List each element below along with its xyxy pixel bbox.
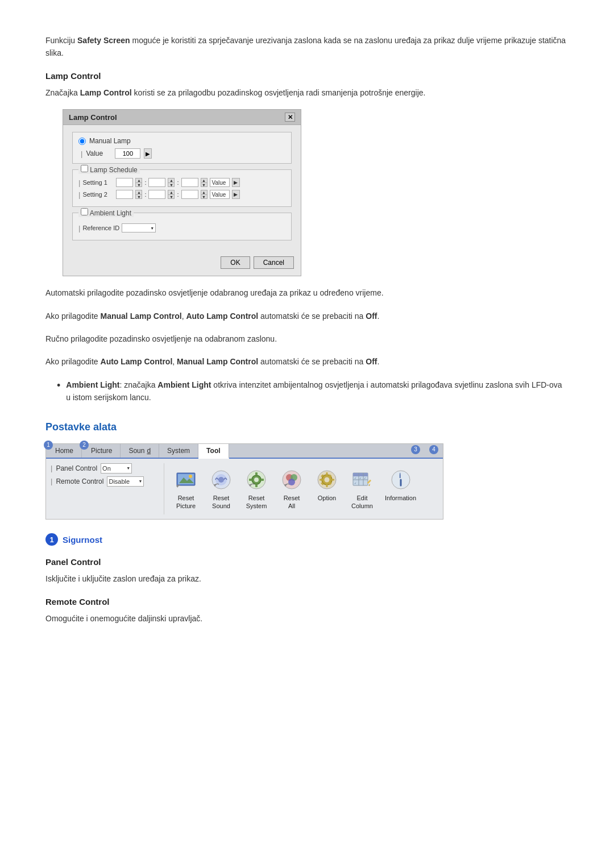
spinbox-up3[interactable]: ▲ [201, 178, 207, 183]
manual-note1-text3: automatski će se prebaciti na [258, 312, 366, 321]
spinbox-s2-s-arrows[interactable]: ▲ ▼ [201, 190, 208, 199]
reset-system-icon [244, 468, 268, 492]
reset-sound-item[interactable]: ResetSound [204, 466, 238, 513]
off-note1-b3: Off [366, 312, 377, 321]
svg-marker-4 [176, 485, 179, 488]
spinbox-up2[interactable]: ▲ [168, 178, 174, 183]
tab-number-4: 4 [429, 445, 438, 454]
pipe-s2: | [78, 190, 80, 199]
tab-system[interactable]: System [159, 444, 198, 458]
spinbox-up4[interactable]: ▲ [136, 190, 142, 195]
option-icon [315, 468, 339, 492]
value-row: | Value ▶ [78, 148, 285, 159]
ambient-bullet-b1: Ambient Light [66, 380, 119, 389]
reset-all-item[interactable]: ResetAll [275, 466, 309, 513]
ambient-light-label: Ambient Light [90, 209, 131, 217]
spinbox-down4[interactable]: ▼ [136, 195, 142, 199]
reset-system-label: ResetSystem [246, 494, 267, 510]
spinbox-s1-s-arrows[interactable]: ▲ ▼ [201, 178, 208, 187]
ambient-bullet-b2: Ambient Light [157, 380, 211, 389]
value-box-s2: Value [210, 190, 230, 199]
cancel-button[interactable]: Cancel [254, 256, 294, 269]
information-icon: i [389, 468, 413, 492]
spinbox-down3[interactable]: ▼ [201, 183, 207, 187]
spinbox-s1-h-arrows[interactable]: ▲ ▼ [135, 178, 142, 187]
manual-lamp-label: Manual Lamp [89, 137, 131, 145]
tool-body: | Panel Control On | Remote Control Disa… [46, 459, 443, 520]
ambient-light-checkbox[interactable] [81, 208, 88, 215]
manual-lamp-radio[interactable] [78, 138, 86, 145]
ok-button[interactable]: OK [221, 256, 250, 269]
lamp-control-bold: Lamp Control [80, 88, 132, 97]
tool-tabs: 1 Home 2 Picture Sound System Tool 3 4 [46, 444, 443, 459]
svg-point-11 [254, 477, 259, 482]
value-arrow-button[interactable]: ▶ [144, 148, 152, 159]
reset-system-item[interactable]: ResetSystem [239, 466, 273, 513]
dialog-title: Lamp Control [69, 113, 117, 122]
lamp-schedule-checkbox[interactable] [81, 165, 88, 172]
option-svg [316, 468, 338, 491]
tab-tool[interactable]: Tool [198, 444, 229, 459]
manual-lamp-radio-row: Manual Lamp [78, 137, 285, 145]
lamp-control-heading: Lamp Control [45, 71, 569, 81]
edit-column-icon: ✓ ✓ ✓ ✓ [350, 468, 374, 492]
reference-id-row: | Reference ID [78, 223, 285, 232]
spinbox-down2[interactable]: ▼ [168, 183, 174, 187]
tab-number-2: 2 [80, 441, 89, 450]
spinbox-s2-h [116, 190, 133, 199]
information-svg: i [389, 468, 412, 491]
arrow-right-s1[interactable]: ▶ [232, 178, 240, 187]
spinbox-down6[interactable]: ▼ [201, 195, 207, 199]
reset-picture-icon [174, 468, 198, 492]
remote-control-dropdown[interactable]: Disable [107, 476, 144, 487]
option-item[interactable]: Option [310, 466, 344, 513]
spinbox-up[interactable]: ▲ [136, 178, 142, 183]
information-item[interactable]: i Information [380, 466, 421, 513]
value-input[interactable] [115, 148, 140, 159]
tab-sound[interactable]: Sound [121, 444, 159, 458]
reset-picture-label: ResetPicture [176, 494, 196, 510]
spinbox-s1-m-arrows[interactable]: ▲ ▼ [168, 178, 175, 187]
svg-text:✓: ✓ [354, 476, 356, 480]
pipe-value: | [81, 149, 82, 158]
svg-rect-12 [255, 472, 258, 475]
svg-rect-27 [320, 479, 322, 480]
sigurnost-heading: Sigurnost [63, 535, 102, 545]
spinbox-down[interactable]: ▼ [136, 183, 142, 187]
pipe-s1: | [78, 178, 80, 187]
panel-control-dropdown[interactable]: On [101, 463, 132, 474]
reset-picture-item[interactable]: ResetPicture [169, 466, 203, 513]
information-label: Information [385, 494, 416, 502]
spinbox-s1-s [181, 178, 198, 187]
edit-column-label: EditColumn [351, 494, 373, 510]
panel-control-row: | Panel Control On [51, 463, 158, 474]
auto-lamp-note1-b2: Auto Lamp Control [186, 312, 258, 321]
dialog-close-button[interactable]: ✕ [285, 113, 295, 122]
edit-column-item[interactable]: ✓ ✓ ✓ ✓ EditColumn [345, 466, 379, 513]
tab-home[interactable]: 1 Home [46, 444, 82, 458]
ref-id-dropdown[interactable] [122, 223, 156, 232]
tab-picture[interactable]: 2 Picture [82, 444, 121, 458]
svg-marker-43 [368, 484, 370, 486]
panel-control-label: Panel Control [56, 464, 97, 472]
arrow-right-s2[interactable]: ▶ [232, 190, 240, 199]
panel-control-heading: Panel Control [45, 557, 569, 567]
tab-tool-label: Tool [206, 447, 220, 455]
intro-text: Funkciju Safety Screen moguće je koristi… [45, 34, 569, 60]
bullet-icon: • [57, 379, 60, 393]
lamp-control-desc-before: Značajka [45, 88, 80, 97]
manual-note1-text1: Ako prilagodite [45, 312, 101, 321]
spinbox-up6[interactable]: ▲ [201, 190, 207, 195]
reset-sound-label: ResetSound [212, 494, 230, 510]
spinbox-s2-h-arrows[interactable]: ▲ ▼ [135, 190, 142, 199]
off-note2-b3: Off [366, 357, 377, 366]
pipe-pc: | [51, 464, 52, 472]
setting2-label: Setting 2 [82, 191, 114, 198]
colon2: : [177, 179, 179, 186]
spinbox-up5[interactable]: ▲ [168, 190, 174, 195]
spinbox-down5[interactable]: ▼ [168, 195, 174, 199]
value-box-s1: Value [210, 178, 230, 187]
spinbox-s2-m-arrows[interactable]: ▲ ▼ [168, 190, 175, 199]
lamp-control-desc: Značajka Lamp Control koristi se za pril… [45, 86, 569, 99]
dialog-footer: OK Cancel [63, 253, 301, 276]
